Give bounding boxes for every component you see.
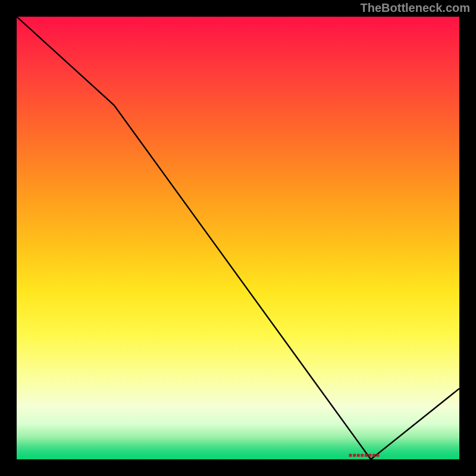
plot-area: ■■■■■■■■: [17, 17, 459, 459]
series-path: [17, 17, 459, 459]
x-axis-marker: ■■■■■■■■: [349, 452, 380, 458]
line-series: [17, 17, 459, 459]
attribution-label: TheBottleneck.com: [361, 1, 470, 15]
chart-root: TheBottleneck.com ■■■■■■■■: [0, 0, 476, 476]
